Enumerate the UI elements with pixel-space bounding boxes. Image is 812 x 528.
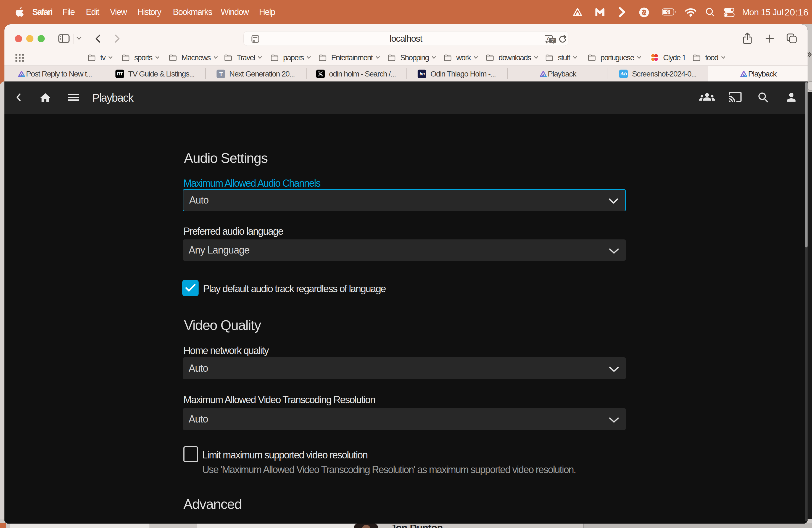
- svg-text:文: 文: [551, 38, 555, 43]
